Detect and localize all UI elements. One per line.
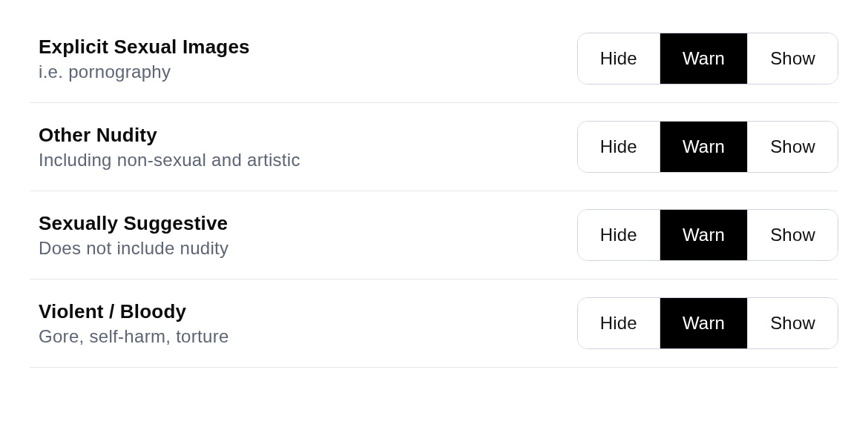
setting-description: Does not include nudity [39,238,228,259]
setting-text: Sexually Suggestive Does not include nud… [30,212,228,259]
setting-text: Other Nudity Including non-sexual and ar… [30,124,300,171]
setting-row-other-nudity: Other Nudity Including non-sexual and ar… [30,103,838,191]
setting-description: i.e. pornography [39,62,250,82]
option-warn[interactable]: Warn [660,33,747,84]
segmented-control: Hide Warn Show [577,33,838,85]
option-show[interactable]: Show [747,33,838,84]
segmented-control: Hide Warn Show [577,121,838,173]
segmented-control: Hide Warn Show [577,209,838,261]
option-hide[interactable]: Hide [578,122,660,172]
setting-row-explicit-sexual: Explicit Sexual Images i.e. pornography … [30,15,838,103]
setting-description: Gore, self-harm, torture [39,326,229,347]
option-warn[interactable]: Warn [660,210,747,260]
option-show[interactable]: Show [747,210,838,260]
setting-title: Sexually Suggestive [39,212,228,235]
option-hide[interactable]: Hide [578,298,660,348]
setting-title: Other Nudity [39,124,300,147]
segmented-control: Hide Warn Show [577,297,838,349]
setting-text: Explicit Sexual Images i.e. pornography [30,36,250,82]
setting-title: Explicit Sexual Images [39,36,250,59]
setting-row-sexually-suggestive: Sexually Suggestive Does not include nud… [30,191,838,280]
option-show[interactable]: Show [747,298,838,348]
setting-title: Violent / Bloody [39,300,229,323]
option-hide[interactable]: Hide [578,33,660,84]
option-show[interactable]: Show [747,122,838,172]
setting-text: Violent / Bloody Gore, self-harm, tortur… [30,300,229,347]
setting-row-violent-bloody: Violent / Bloody Gore, self-harm, tortur… [30,280,838,368]
setting-description: Including non-sexual and artistic [39,150,300,171]
option-hide[interactable]: Hide [578,210,660,260]
option-warn[interactable]: Warn [660,122,747,172]
option-warn[interactable]: Warn [660,298,747,348]
